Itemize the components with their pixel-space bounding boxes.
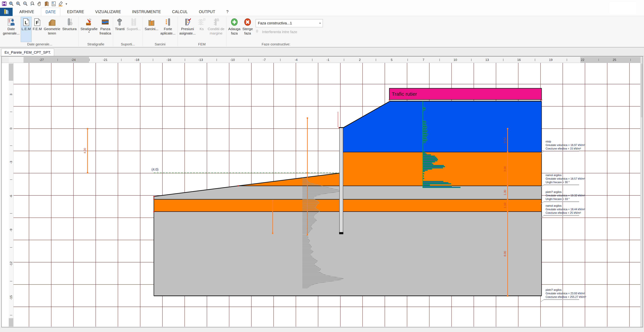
boundary-icon — [212, 18, 220, 26]
hruler-tick — [89, 59, 90, 61]
ribbon-button-forte-aplicate...[interactable]: Forte aplicate... — [160, 17, 176, 42]
vruler-label: -15 — [9, 296, 13, 300]
load-terrain-icon — [148, 18, 156, 26]
vruler-label: -12 — [9, 262, 13, 266]
chevron-down-icon: ▾ — [88, 31, 90, 33]
svg-text:Greutate volumica = 19.32 kN/m: Greutate volumica = 19.32 kN/m³ — [546, 194, 585, 197]
ribbon-button-presiuni-asignate...[interactable]: Presiuni asignate... — [178, 17, 196, 42]
water-icon — [101, 18, 109, 26]
menu-tab-date[interactable]: DATE — [41, 8, 60, 16]
ribbon-group-label: FEM — [178, 42, 225, 47]
hruler-tick — [408, 59, 408, 61]
zoom-in-icon — [16, 1, 21, 7]
springs-icon — [198, 18, 206, 26]
save-button[interactable] — [1, 1, 8, 7]
ribbon-group-2: TirantiSuporti...Suporti... — [113, 16, 142, 47]
drawing-canvas[interactable]: (4.0)4.002.103.001.301.108.00Trafic ruti… — [14, 63, 641, 327]
document-tab[interactable]: Ex_Parete_FEM_CPT_SPT. — [1, 49, 54, 56]
menu-tab-output[interactable]: OUTPUT — [194, 8, 220, 16]
hruler-tick — [440, 59, 440, 61]
zoom-out-button[interactable] — [22, 1, 28, 7]
menu-tab-vizualizare[interactable]: VIZUALIZARE — [91, 8, 126, 16]
zoom-out-icon — [23, 1, 28, 7]
app-menu-button[interactable] — [0, 8, 12, 16]
svg-text:F: F — [36, 20, 39, 25]
ribbon-button-l.e.m[interactable]: LL.E.M — [21, 17, 32, 42]
ruler-highlight — [24, 57, 89, 63]
hruler-label: 7 — [422, 58, 424, 62]
svg-text:Coeziune efectiva = 15 kN/m²: Coeziune efectiva = 15 kN/m² — [546, 147, 581, 150]
zoom-in-button[interactable] — [16, 1, 22, 7]
person-doc-icon — [7, 18, 15, 26]
measure-icon — [58, 1, 64, 7]
ribbon-button-sterge-faza[interactable]: Sterge faza — [242, 17, 254, 42]
svg-text:Unghi frecare = 33 °: Unghi frecare = 33 ° — [546, 198, 570, 201]
zoom-extents-button[interactable] — [8, 1, 14, 7]
soil-name: namol argilos — [546, 204, 562, 207]
anchor-icon — [116, 18, 124, 26]
ribbon-button-structura[interactable]: Structura — [62, 17, 78, 42]
ribbon-group-0: Date generale...LL.E.MFF.E.MGeometrie te… — [1, 16, 78, 47]
ribbon-button-adauga-faza[interactable]: Adauga faza — [228, 17, 241, 42]
layers-book-button[interactable] — [44, 1, 50, 7]
hruler-tick — [121, 59, 122, 61]
document-tab-label: Ex_Parete_FEM_CPT_SPT. — [4, 50, 51, 55]
menu-tab-instrumente[interactable]: INSTRUMENTE — [128, 8, 166, 16]
dimension-label: 8.00 — [504, 251, 506, 256]
save-icon — [2, 1, 7, 7]
ribbon-group-label: Faze constructive: — [228, 42, 324, 47]
ribbon-button-stratigrafie[interactable]: Stratigrafie▾ — [80, 17, 98, 42]
vertical-scrollbar-thumb[interactable] — [641, 64, 642, 117]
pile-icon — [65, 18, 74, 26]
svg-text:Greutate volumica = 16.97 kN/m: Greutate volumica = 16.97 kN/m³ — [546, 144, 585, 146]
dimension-label: 3.00 — [504, 166, 506, 172]
menu-tab-bar: ARHIVEDATEEDITAREVIZUALIZAREINSTRUMENTEC… — [0, 8, 644, 16]
hruler-label: -24 — [71, 58, 76, 62]
hruler-tick — [503, 59, 504, 61]
horizontal-ruler: -27-24-21-18-16-13-10-7-4-12571013161922… — [9, 57, 642, 63]
hruler-tick — [376, 59, 376, 61]
ribbon-button-date-generale...[interactable]: Date generale... — [2, 17, 20, 42]
soil-name: namol argilos — [546, 174, 562, 177]
ribbon-button-panza-freatica[interactable]: Panza freatica — [99, 17, 112, 42]
vruler-label: -9 — [9, 228, 13, 232]
hruler-tick — [630, 59, 631, 61]
ruler-highlight — [580, 57, 641, 63]
menu-tab-editare[interactable]: EDITARE — [63, 8, 88, 16]
menu-tab-?[interactable]: ? — [222, 8, 233, 16]
measure-button[interactable] — [58, 1, 64, 7]
toolbar-more-button[interactable]: ▾ — [65, 2, 68, 6]
status-strip — [0, 328, 644, 332]
vruler-tick — [10, 112, 12, 112]
ribbon-group-4: Presiuni asignate...KsConditii de margin… — [178, 16, 226, 47]
ribbon-button-sarcini...[interactable]: Sarcini... — [144, 17, 159, 42]
vruler-label: 3 — [9, 92, 13, 97]
vertical-scrollbar[interactable] — [640, 57, 643, 327]
ribbon-button-geometrie-teren[interactable]: Geometrie teren — [43, 17, 61, 42]
vruler-tick — [10, 145, 12, 146]
window-notch — [610, 2, 636, 14]
report-button[interactable] — [51, 1, 57, 7]
hruler-label: -13 — [198, 58, 203, 62]
soil-name: nisip — [546, 140, 551, 143]
hruler-label: 16 — [517, 58, 521, 62]
zoom-window-button[interactable] — [30, 1, 36, 7]
ribbon-group-label: Stratigrafie — [80, 42, 112, 47]
app-logo-icon — [3, 9, 10, 15]
pan-button[interactable] — [36, 1, 43, 7]
menu-tab-arhive[interactable]: ARHIVE — [15, 8, 39, 16]
vruler-label: -3 — [9, 160, 13, 164]
hruler-label: 10 — [454, 58, 457, 62]
hruler-tick — [471, 59, 472, 61]
ribbon-group-label: Date generale... — [2, 42, 78, 47]
report-icon — [51, 1, 56, 7]
ribbon-button-f.e.m[interactable]: FF.E.M — [32, 17, 43, 42]
phase-select[interactable]: Faza constructiva...1▾ — [256, 19, 323, 27]
menu-tab-calcul[interactable]: CALCUL — [168, 8, 192, 16]
page-l-icon: L — [22, 18, 30, 26]
ribbon-button-tiranti[interactable]: Tiranti — [114, 17, 126, 42]
soil-name: pietri? argilos — [546, 191, 562, 193]
document-tab-bar: Ex_Parete_FEM_CPT_SPT. — [0, 48, 644, 56]
svg-text:Unghi frecare = 30 °: Unghi frecare = 30 ° — [546, 181, 570, 184]
vertical-ruler: 30-3-6-9-12-15 — [9, 63, 14, 327]
